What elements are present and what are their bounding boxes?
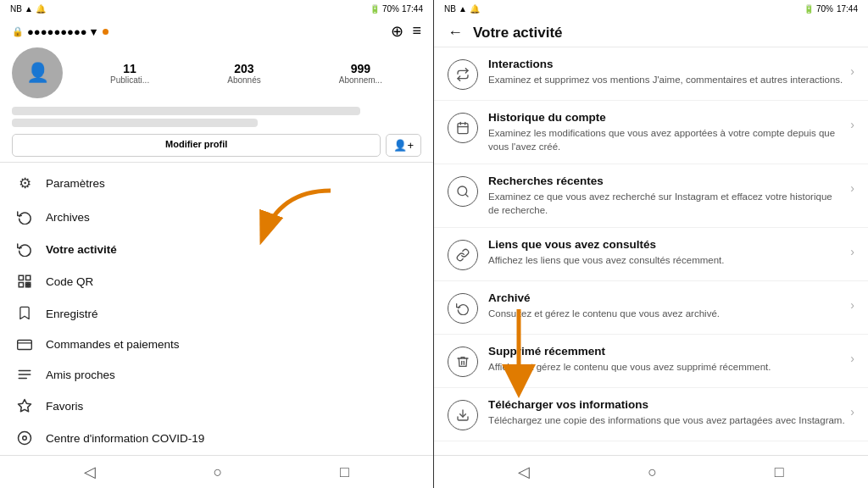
covid-label: Centre d'information COVID-19	[46, 432, 204, 445]
visited-links-title: Liens que vous avez consultés	[488, 238, 845, 251]
add-icon[interactable]: ⊕	[391, 22, 403, 41]
nav-recent-right[interactable]: □	[775, 463, 784, 481]
chevron-visited-links: ›	[850, 245, 854, 258]
archived-icon	[448, 293, 478, 324]
nav-recent-left[interactable]: □	[340, 463, 349, 481]
page-title: Votre activité	[473, 25, 563, 42]
nav-back-left[interactable]: ◁	[84, 463, 96, 481]
svg-rect-2	[19, 283, 23, 287]
wifi-icon: ▲	[25, 4, 33, 14]
bio-line-1	[12, 107, 360, 115]
menu-item-archives[interactable]: Archives	[0, 201, 433, 233]
chevron-interactions: ›	[850, 64, 854, 78]
interactions-text: Interactions Examinez et supprimez vos m…	[488, 58, 845, 86]
svg-rect-7	[18, 340, 32, 349]
right-header: ← Votre activité	[434, 17, 868, 47]
chevron-deleted-recently: ›	[850, 352, 854, 365]
following-label: Abonnem...	[339, 75, 382, 85]
activity-item-recent-searches[interactable]: Recherches récentes Examinez ce que vous…	[434, 164, 868, 228]
menu-icon[interactable]: ≡	[412, 22, 421, 41]
signal-icon: NB	[10, 4, 22, 14]
settings-label: Paramètres	[46, 177, 105, 190]
download-info-title: Télécharger vos informations	[488, 398, 845, 411]
svg-rect-3	[26, 283, 28, 285]
visited-links-desc: Affichez les liens que vous avez consult…	[488, 253, 845, 267]
menu-item-favorites[interactable]: Favoris	[0, 390, 433, 422]
download-info-desc: Téléchargez une copie des informations q…	[488, 413, 845, 427]
visited-links-text: Liens que vous avez consultés Affichez l…	[488, 238, 845, 267]
lock-icon: 🔒	[12, 26, 24, 37]
recent-searches-text: Recherches récentes Examinez ce que vous…	[488, 175, 845, 217]
left-status-bar: NB ▲ 🔔 🔋 70% 17:44	[0, 0, 433, 17]
covid-icon	[15, 430, 34, 446]
nav-home-right[interactable]: ○	[648, 463, 657, 481]
profile-stats-row: 👤 11 Publicati... 203 Abonnés 999 Abonne…	[12, 47, 421, 98]
svg-rect-15	[458, 124, 468, 134]
archives-label: Archives	[46, 211, 90, 224]
svg-rect-0	[19, 275, 23, 280]
avatar: 👤	[12, 47, 63, 98]
deleted-recently-title: Supprimé récemment	[488, 345, 845, 358]
menu-item-saved[interactable]: Enregistré	[0, 297, 433, 330]
menu-item-settings[interactable]: ⚙ Paramètres	[0, 166, 433, 201]
deleted-recently-desc: Affichez et gérez le contenu que vous av…	[488, 360, 845, 374]
profile-icons: ⊕ ≡	[391, 22, 421, 41]
saved-label: Enregistré	[46, 308, 98, 320]
recent-searches-title: Recherches récentes	[488, 175, 845, 187]
account-history-desc: Examinez les modifications que vous avez…	[488, 126, 845, 153]
download-info-icon	[448, 400, 478, 430]
nav-back-right[interactable]: ◁	[518, 463, 530, 481]
svg-point-14	[23, 436, 27, 441]
right-status-left: NB ▲ 🔔	[444, 4, 480, 14]
right-battery: 🔋 70%	[804, 4, 833, 14]
activity-item-interactions[interactable]: Interactions Examinez et supprimez vos m…	[434, 47, 868, 101]
menu-item-covid[interactable]: Centre d'information COVID-19	[0, 422, 433, 454]
right-time: 17:44	[837, 4, 858, 14]
profile-actions: Modifier profil 👤+	[12, 134, 421, 157]
download-info-text: Télécharger vos informations Téléchargez…	[488, 398, 845, 427]
visited-links-icon	[448, 240, 478, 270]
close-friends-icon	[15, 368, 34, 381]
svg-rect-6	[29, 286, 31, 287]
activity-item-account-history[interactable]: Historique du compte Examinez les modifi…	[434, 101, 868, 164]
following-count: 999	[339, 62, 382, 75]
battery-percent: 🔋 70%	[370, 4, 399, 14]
right-signal-icon: NB	[444, 4, 456, 14]
archived-text: Archivé Consultez et gérez le contenu qu…	[488, 291, 845, 320]
interactions-title: Interactions	[488, 58, 845, 70]
archived-title: Archivé	[488, 291, 845, 304]
status-left: NB ▲ 🔔	[10, 4, 46, 14]
activity-item-archived[interactable]: Archivé Consultez et gérez le contenu qu…	[434, 281, 868, 335]
menu-item-qr[interactable]: Code QR	[0, 265, 433, 297]
svg-line-20	[465, 194, 468, 197]
pub-label: Publicati...	[110, 75, 149, 85]
left-bottom-nav: ◁ ○ □	[0, 455, 433, 488]
right-notify-icon: 🔔	[470, 4, 480, 14]
followers-count: 203	[227, 62, 260, 75]
activity-item-visited-links[interactable]: Liens que vous avez consultés Affichez l…	[434, 228, 868, 281]
nav-home-left[interactable]: ○	[214, 463, 223, 481]
stat-followers: 203 Abonnés	[227, 62, 260, 85]
chevron-recent-searches: ›	[850, 181, 854, 195]
activity-item-deleted-recently[interactable]: Supprimé récemment Affichez et gérez le …	[434, 335, 868, 388]
dropdown-icon: ▾	[91, 25, 97, 38]
menu-item-close-friends[interactable]: Amis proches	[0, 359, 433, 390]
status-right: 🔋 70% 17:44	[370, 4, 423, 14]
bio-line-2	[12, 119, 258, 127]
menu-item-activity[interactable]: Votre activité	[0, 233, 433, 265]
activity-icon	[15, 241, 34, 257]
chevron-account-history: ›	[850, 118, 854, 131]
interactions-desc: Examinez et supprimez vos mentions J'aim…	[488, 73, 845, 86]
right-status-bar: NB ▲ 🔔 🔋 70% 17:44	[434, 0, 868, 17]
account-history-title: Historique du compte	[488, 111, 845, 124]
back-button[interactable]: ←	[448, 24, 463, 42]
deleted-recently-text: Supprimé récemment Affichez et gérez le …	[488, 345, 845, 374]
add-person-button[interactable]: 👤+	[386, 134, 421, 157]
edit-profile-button[interactable]: Modifier profil	[12, 134, 381, 157]
orders-icon	[15, 339, 34, 351]
activity-label: Votre activité	[46, 243, 117, 256]
menu-item-orders[interactable]: Commandes et paiements	[0, 330, 433, 359]
bio-area	[12, 107, 421, 127]
stats-group: 11 Publicati... 203 Abonnés 999 Abonnem.…	[71, 62, 421, 85]
activity-item-download-info[interactable]: Télécharger vos informations Téléchargez…	[434, 388, 868, 441]
